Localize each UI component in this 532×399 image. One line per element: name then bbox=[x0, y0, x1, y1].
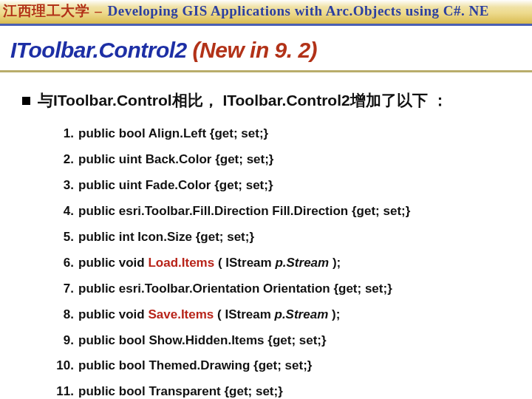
api-list: public bool Align.Left {get; set;} publi… bbox=[56, 121, 516, 399]
list-item: public uint Fade.Color {get; set;} bbox=[56, 173, 516, 199]
list-item: public bool Transparent {get; set;} bbox=[56, 379, 516, 399]
list-item: public void Load.Items ( IStream p.Strea… bbox=[56, 250, 516, 276]
slide-body: 与IToolbar.Control相比， IToolbar.Control2增加… bbox=[0, 72, 532, 399]
list-item: public esri.Toolbar.Orientation Orientat… bbox=[56, 276, 516, 302]
lead-bullet: 与IToolbar.Control相比， IToolbar.Control2增加… bbox=[22, 90, 516, 111]
university-name: 江西理工大学 bbox=[3, 3, 89, 18]
list-item: public esri.Toolbar.Fill.Direction Fill.… bbox=[56, 199, 516, 225]
list-item: public bool Align.Left {get; set;} bbox=[56, 121, 516, 147]
list-item: public bool Themed.Drawing {get; set;} bbox=[56, 353, 516, 379]
title-paren: (New in 9. 2) bbox=[193, 38, 318, 62]
course-title: Developing GIS Applications with Arc.Obj… bbox=[108, 3, 489, 18]
title-main: IToolbar.Control2 bbox=[10, 38, 193, 62]
slide-title: IToolbar.Control2 (New in 9. 2) bbox=[10, 38, 532, 63]
list-item: public bool Show.Hidden.Items {get; set;… bbox=[56, 328, 516, 354]
top-banner: 江西理工大学 – Developing GIS Applications wit… bbox=[0, 0, 532, 26]
list-item: public int Icon.Size {get; set;} bbox=[56, 225, 516, 250]
banner-dash: – bbox=[95, 3, 102, 18]
slide-title-bar: IToolbar.Control2 (New in 9. 2) bbox=[0, 32, 532, 72]
list-item: public uint Back.Color {get; set;} bbox=[56, 147, 516, 173]
list-item: public void Save.Items ( IStream p.Strea… bbox=[56, 302, 516, 328]
